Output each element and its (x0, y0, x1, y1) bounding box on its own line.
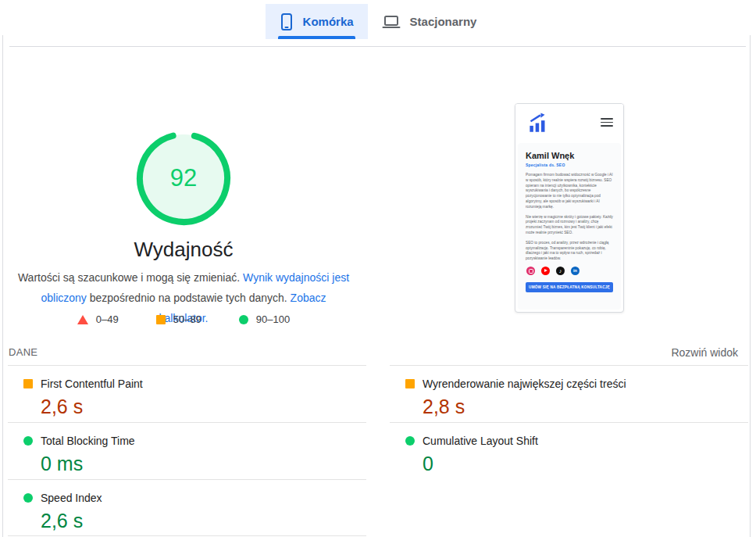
legend-item-pass: 90–100 (239, 313, 290, 325)
metric-value: 0 ms (41, 453, 366, 475)
hamburger-menu-icon (601, 118, 613, 129)
legend-pass-label: 90–100 (256, 313, 290, 325)
performance-category-title: Wydajność (0, 238, 367, 262)
performance-score: 92 (135, 130, 232, 227)
metric-status-icon (405, 436, 415, 446)
tab-mobile[interactable]: Komórka (266, 4, 368, 39)
metric-value: 2,6 s (41, 396, 366, 418)
metric-value: 2,8 s (423, 396, 748, 418)
tiktok-icon (556, 267, 565, 275)
preview-paragraph: SEO to proces, od analizy, przez wdrożen… (526, 241, 613, 262)
site-logo-icon (527, 113, 548, 137)
fail-triangle-icon (77, 315, 88, 324)
expand-view-button[interactable]: Rozwiń widok (671, 346, 738, 359)
legend-fail-label: 0–49 (96, 313, 119, 325)
metric-name: Wyrenderowanie największej części treści (423, 378, 626, 390)
metric-status-icon (23, 436, 33, 446)
preview-site-header (515, 104, 623, 143)
preview-paragraph: Pomagam firmom budować widoczność w Goog… (526, 173, 613, 210)
metrics-column-left: First Contentful Paint 2,6 s Total Block… (8, 365, 366, 536)
metric-cumulative-layout-shift: Cumulative Layout Shift 0 (390, 422, 748, 479)
preview-paragraph: Nie wierzę w magiczne skróty i gotowe pa… (526, 215, 613, 236)
legend-item-average: 50–89 (156, 313, 201, 325)
score-legend: 0–49 50–89 90–100 (0, 313, 367, 325)
preview-person-name: Kamil Wnęk (526, 151, 613, 160)
description-text-1: Wartości są szacunkowe i mogą się zmieni… (18, 271, 243, 284)
preview-person-role: Specjalista ds. SEO (526, 163, 613, 167)
metric-first-contentful-paint: First Contentful Paint 2,6 s (8, 365, 366, 422)
metric-status-icon (23, 379, 33, 388)
data-section-title: DANE (9, 346, 37, 358)
metric-name: Speed Index (41, 492, 102, 504)
metrics-column-right: Wyrenderowanie największej części treści… (390, 365, 748, 536)
desktop-icon (382, 14, 401, 30)
metric-status-icon (23, 493, 33, 503)
metric-value: 2,6 s (41, 510, 366, 532)
tab-mobile-active-indicator (278, 36, 355, 39)
description-text-2: bezpośrednio na podstawie tych danych. (87, 292, 291, 304)
metric-speed-index: Speed Index 2,6 s (8, 479, 366, 536)
linkedin-icon (571, 267, 579, 275)
instagram-icon (526, 267, 535, 275)
metric-total-blocking-time: Total Blocking Time 0 ms (8, 422, 366, 479)
metric-name: Total Blocking Time (41, 435, 135, 447)
metrics-grid: First Contentful Paint 2,6 s Total Block… (8, 365, 748, 536)
metric-status-icon (405, 379, 415, 388)
performance-gauge: 92 (135, 130, 232, 227)
average-square-icon (156, 315, 166, 324)
metric-value: 0 (423, 453, 748, 475)
metric-name: First Contentful Paint (41, 378, 143, 390)
tab-desktop-label: Stacjonarny (410, 15, 477, 28)
pass-circle-icon (239, 315, 248, 324)
header-divider (9, 46, 746, 47)
tab-mobile-label: Komórka (303, 15, 354, 28)
legend-item-fail: 0–49 (77, 313, 119, 325)
metric-name: Cumulative Layout Shift (423, 435, 538, 447)
youtube-icon (541, 267, 550, 275)
page-screenshot-thumbnail[interactable]: Kamil Wnęk Specjalista ds. SEO Pomagam f… (515, 103, 624, 313)
preview-cta-button: UMÓW SIĘ NA BEZPŁATNĄ KONSULTACJĘ (526, 282, 613, 292)
tab-desktop[interactable]: Stacjonarny (368, 4, 491, 39)
phone-icon (280, 13, 294, 31)
preview-social-icons (526, 267, 613, 275)
device-tabbar: Komórka Stacjonarny (0, 4, 756, 39)
preview-site-content: Kamil Wnęk Specjalista ds. SEO Pomagam f… (518, 143, 621, 310)
legend-average-label: 50–89 (173, 313, 201, 325)
metric-largest-contentful-paint: Wyrenderowanie największej części treści… (390, 365, 748, 422)
